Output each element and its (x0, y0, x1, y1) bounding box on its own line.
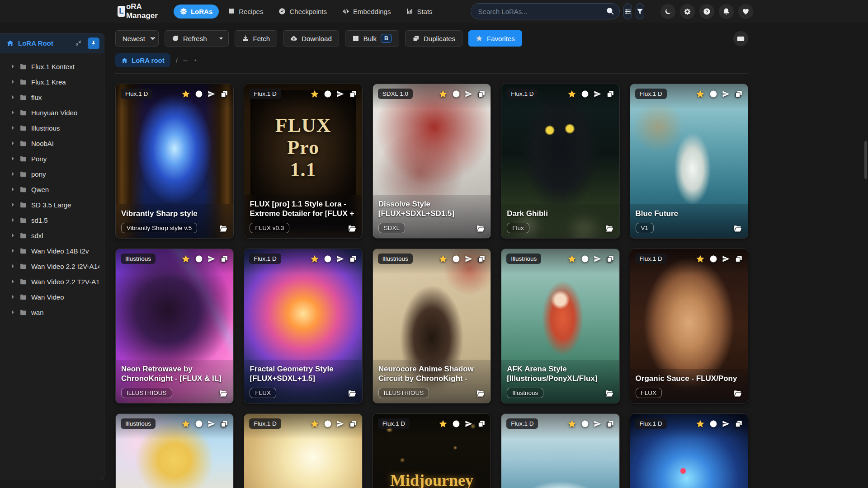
keyboard-shortcuts-button[interactable] (733, 31, 748, 46)
send-icon[interactable] (208, 90, 216, 98)
folder-open-icon[interactable] (219, 224, 228, 233)
send-icon[interactable] (336, 420, 344, 428)
chevron-right-icon[interactable] (10, 141, 15, 146)
send-icon[interactable] (465, 420, 473, 428)
nav-tab-embeddings[interactable]: Embeddings (336, 5, 397, 19)
copy-icon[interactable] (606, 420, 614, 428)
folder-tree-item[interactable]: Pony (0, 151, 104, 166)
favorite-star-icon[interactable] (310, 254, 319, 263)
folder-open-icon[interactable] (219, 389, 228, 398)
chevron-right-icon[interactable] (10, 279, 15, 284)
chevron-right-icon[interactable] (10, 202, 15, 207)
send-icon[interactable] (208, 255, 216, 263)
copy-icon[interactable] (735, 90, 743, 98)
globe-icon[interactable] (452, 420, 460, 428)
copy-icon[interactable] (220, 90, 228, 98)
lora-card[interactable]: Flux.1 D (501, 413, 619, 488)
favorite-star-icon[interactable] (567, 419, 576, 428)
folder-open-icon[interactable] (605, 224, 614, 233)
favorites-filter-button[interactable]: Favorites (468, 30, 522, 47)
chevron-right-icon[interactable] (10, 171, 15, 177)
folder-tree-item[interactable]: Flux.1 Krea (0, 74, 104, 89)
lora-card[interactable]: Illustrious (115, 413, 234, 488)
folder-open-icon[interactable] (733, 224, 742, 233)
search-options-button[interactable] (623, 3, 632, 19)
globe-icon[interactable] (581, 255, 589, 263)
refresh-options-button[interactable] (214, 30, 229, 47)
send-icon[interactable] (594, 90, 602, 98)
chevron-right-icon[interactable] (10, 217, 15, 223)
page-scrollbar[interactable] (864, 141, 867, 179)
lora-card[interactable]: FLUX Pro 1.1 Flux.1 D (244, 84, 362, 239)
globe-icon[interactable] (452, 255, 460, 263)
favorite-star-icon[interactable] (567, 254, 576, 263)
send-icon[interactable] (465, 90, 473, 98)
copy-icon[interactable] (477, 255, 486, 263)
chevron-right-icon[interactable] (10, 263, 15, 269)
notifications-button[interactable] (719, 4, 734, 19)
nav-tab-stats[interactable]: Stats (400, 5, 439, 19)
search-input[interactable] (471, 3, 620, 19)
collapse-tree-icon[interactable] (75, 40, 82, 47)
send-icon[interactable] (594, 255, 602, 263)
filter-button[interactable] (636, 3, 644, 19)
favorite-star-icon[interactable] (181, 254, 190, 263)
version-badge[interactable]: Vibrantly Sharp style v.5 (121, 223, 197, 233)
send-icon[interactable] (208, 420, 216, 428)
folder-open-icon[interactable] (733, 389, 742, 398)
duplicates-button[interactable]: Duplicates (405, 30, 462, 47)
folder-tree-item[interactable]: Wan Video 2.2 I2V-A14B (0, 258, 104, 274)
folder-tree-item[interactable]: Wan Video 2.2 T2V-A14B (0, 274, 104, 289)
search-icon[interactable] (606, 7, 614, 15)
chevron-right-icon[interactable] (10, 156, 15, 161)
refresh-button[interactable]: Refresh (165, 30, 214, 47)
breadcrumb-root[interactable]: LoRA root (115, 53, 170, 67)
copy-icon[interactable] (606, 90, 614, 98)
send-icon[interactable] (336, 90, 344, 98)
globe-icon[interactable] (324, 420, 332, 428)
copy-icon[interactable] (349, 420, 357, 428)
lora-card[interactable]: SDXL 1.0 (373, 84, 491, 239)
folder-tree-item[interactable]: Hunyuan Video (0, 105, 104, 120)
folder-tree-item[interactable]: pony (0, 166, 104, 182)
favorite-star-icon[interactable] (439, 419, 448, 428)
folder-open-icon[interactable] (348, 389, 357, 398)
chevron-right-icon[interactable] (10, 94, 15, 100)
favorite-star-icon[interactable] (181, 419, 190, 428)
chevron-right-icon[interactable] (10, 64, 15, 69)
folder-tree-item[interactable]: SD 3.5 Large (0, 197, 104, 212)
send-icon[interactable] (465, 255, 473, 263)
theme-toggle-button[interactable] (660, 4, 675, 19)
nav-tab-recipes[interactable]: Recipes (222, 5, 269, 19)
globe-icon[interactable] (324, 90, 332, 98)
version-badge[interactable]: FLUX (636, 388, 662, 398)
lora-card[interactable]: Illustrious (501, 249, 619, 404)
support-button[interactable] (738, 4, 753, 19)
folder-tree-item[interactable]: Flux.1 Kontext (0, 59, 104, 74)
app-logo[interactable]: L oRA Manager (118, 2, 161, 20)
globe-icon[interactable] (195, 420, 203, 428)
download-button[interactable]: Download (283, 30, 339, 47)
folder-tree-item[interactable]: flux (0, 89, 104, 105)
globe-icon[interactable] (195, 90, 203, 98)
folder-tree-item[interactable]: Qwen (0, 182, 104, 197)
folder-tree-item[interactable]: sd1.5 (0, 212, 104, 228)
version-badge[interactable]: V1 (636, 223, 654, 233)
globe-icon[interactable] (452, 90, 460, 98)
version-badge[interactable]: Flux (507, 223, 529, 233)
folder-tree-item[interactable]: Wan Video 14B t2v (0, 243, 104, 258)
chevron-right-icon[interactable] (10, 125, 15, 131)
copy-icon[interactable] (477, 420, 486, 428)
globe-icon[interactable] (195, 255, 203, 263)
version-badge[interactable]: ILLUSTRIOUS (121, 388, 172, 398)
nav-tab-loras[interactable]: LoRAs (174, 5, 219, 19)
lora-card[interactable]: Flux.1 D (630, 413, 748, 488)
folder-tree-item[interactable]: Illustrious (0, 120, 104, 136)
version-badge[interactable]: FLUX v0.3 (250, 223, 289, 233)
version-badge[interactable]: Illustrious (507, 388, 543, 398)
globe-icon[interactable] (324, 255, 332, 263)
folder-tree-item[interactable]: Wan Video (0, 289, 104, 305)
send-icon[interactable] (722, 90, 730, 98)
settings-button[interactable] (680, 4, 695, 19)
favorite-star-icon[interactable] (439, 89, 448, 99)
